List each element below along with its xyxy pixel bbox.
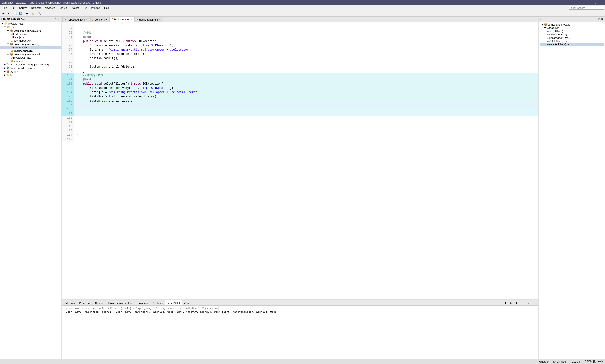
line-content[interactable] — [74, 120, 538, 124]
tree-pkg-util[interactable]: ▼ 📦 com.zhang.mybatis.util — [0, 52, 61, 56]
tree-usermapper1[interactable]: X userMapper.xml — [0, 39, 61, 42]
outline-item-selectalluser[interactable]: ● selectAllUser() : v... — [540, 43, 604, 46]
tree-junit4[interactable]: ▶ 📦 JUnit 4 — [0, 70, 61, 73]
line-content[interactable]: System.out.println(list); — [74, 99, 538, 103]
tree-jre[interactable]: ▶ 🔧 JRE System Library [JavaSE-1.8] — [0, 63, 61, 66]
close-button[interactable]: ✕ — [599, 1, 603, 4]
line-content[interactable] — [74, 61, 538, 65]
tab-markers[interactable]: Markers — [63, 300, 77, 305]
menu-file[interactable]: File — [1, 6, 9, 10]
toolbar-debug[interactable]: 🐛 — [30, 11, 35, 16]
minimize-panel-btn[interactable]: — — [51, 18, 54, 21]
tab-close[interactable]: ✕ — [106, 18, 107, 21]
outline-item-deleteuser[interactable]: ● deleteUser() : v... — [540, 39, 604, 43]
line-content[interactable]: @Test — [74, 78, 538, 82]
console-terminate-btn[interactable]: ⏹ — [503, 301, 508, 305]
tab-problems[interactable]: Problems — [150, 300, 165, 305]
maximize-button[interactable]: □ — [594, 1, 597, 4]
line-content[interactable]: int delete = session.delete(s,1); — [74, 52, 538, 56]
line-content[interactable]: String s = "com.zhang.mybatis.sy3.userMa… — [74, 48, 538, 52]
line-content[interactable]: session.commit(); — [74, 56, 538, 61]
tab-junit[interactable]: JUnit — [182, 300, 192, 305]
close-console-btn[interactable]: ✕ — [532, 301, 537, 305]
tree-confxml[interactable]: X conf.xml — [0, 59, 61, 63]
tree-mybatisutil[interactable]: J mybatisUtil.java — [0, 56, 61, 59]
line-content[interactable] — [74, 124, 538, 129]
tab-servers[interactable]: Servers — [93, 300, 106, 305]
close-panel-btn[interactable]: ✕ — [57, 18, 60, 21]
tree-testuser3[interactable]: J testUser.java — [0, 46, 61, 49]
menu-source[interactable]: Source — [17, 6, 29, 10]
tab-close[interactable]: ✕ — [86, 18, 88, 21]
line-content[interactable]: System.out.println(delete); — [74, 65, 538, 69]
outline-item-selectuser[interactable]: ● selectUser() : v... — [540, 29, 604, 33]
toolbar-new[interactable]: 📄 — [13, 11, 18, 16]
tree-user1[interactable]: J User.java — [0, 36, 61, 39]
tab-testuser[interactable]: J testUser.java ✕ — [110, 17, 134, 22]
console-clear-btn[interactable]: 🗑 — [509, 301, 513, 305]
tree-pkg-sy3[interactable]: ▼ 📦 com.zhang.mybatis.sy3 — [0, 42, 61, 46]
maximize-outline-btn[interactable]: □ — [598, 18, 600, 21]
line-content[interactable]: //删除 — [74, 31, 538, 35]
line-content[interactable]: //查找所有数据 — [74, 73, 538, 78]
menu-run[interactable]: Run — [81, 6, 89, 10]
line-content[interactable] — [74, 26, 538, 31]
line-content[interactable] — [74, 112, 538, 116]
menu-refactor[interactable]: Refactor — [29, 6, 43, 10]
line-content[interactable]: | — [74, 103, 538, 107]
minimize-outline-btn[interactable]: — — [595, 18, 598, 21]
line-content[interactable]: } — [74, 107, 538, 112]
line-content[interactable]: List<User> list = session.selectList(s); — [74, 94, 538, 99]
tab-close[interactable]: ✕ — [159, 18, 161, 21]
outline-item-testinsert[interactable]: ● testInsertUser() — [540, 33, 604, 36]
line-content[interactable]: String s = "com.zhang.mybatis.sy3.userMa… — [74, 90, 538, 94]
code-editor[interactable]: 88 } 89 90 //删除 91 — [62, 22, 538, 299]
line-content[interactable]: public void deleteUser() throws IOExcept… — [74, 39, 538, 43]
maximize-console-btn[interactable]: □ — [527, 301, 531, 305]
tab-console[interactable]: 🖥 Console — [165, 300, 182, 305]
toolbar-save[interactable]: 💾 — [18, 11, 23, 16]
tab-snippets[interactable]: Snippets — [135, 300, 150, 305]
line-content[interactable]: } — [74, 69, 538, 73]
maximize-panel-btn[interactable]: □ — [54, 18, 56, 21]
tree-lib[interactable]: ▶ 📁 lib — [0, 73, 61, 77]
menu-search[interactable]: Search — [57, 6, 69, 10]
line-content[interactable]: } — [74, 133, 538, 137]
close-outline-btn[interactable]: ✕ — [601, 18, 604, 21]
menu-window[interactable]: Window — [89, 6, 102, 10]
menu-help[interactable]: Help — [102, 6, 112, 10]
outline-item-testuser[interactable]: ▼ C testUser — [540, 26, 604, 29]
tree-src[interactable]: ▼ 📂 src — [0, 25, 61, 29]
outline-tab-label[interactable]: O... — [541, 18, 545, 21]
tree-reflibs[interactable]: ▶ 📚 Referenced Libraries — [0, 66, 61, 70]
line-content[interactable]: SqlSession session = mybatisUtil.getSqlS… — [74, 86, 538, 90]
minimize-button[interactable]: — — [588, 1, 592, 4]
menu-edit[interactable]: Edit — [9, 6, 17, 10]
tab-properties[interactable]: Properties — [77, 300, 93, 305]
tree-mybatis-test[interactable]: ▼ 📁 mybatis_test — [0, 22, 61, 25]
outline-item-updateuser[interactable]: ● updateUser() : v... — [540, 36, 604, 39]
minimize-console-btn[interactable]: — — [521, 301, 526, 305]
toolbar-fwd[interactable]: ▶ — [6, 11, 11, 16]
tree-pkg-sy1[interactable]: ▼ 📦 com.zhang.mybatis.sy1 — [0, 29, 61, 32]
toolbar-run[interactable]: ▶ — [25, 11, 30, 16]
tab-data-source[interactable]: Data Source Explorer — [106, 300, 135, 305]
line-content[interactable]: SqlSession session = mybatisUtil.getSqlS… — [74, 43, 538, 48]
menu-project[interactable]: Project — [69, 6, 81, 10]
tab-mybatisutil[interactable]: J mybatisUtil.java ✕ — [62, 17, 90, 22]
console-scroll-btn[interactable]: ⬇ — [514, 301, 519, 305]
line-content[interactable]: @Test — [74, 35, 538, 39]
toolbar-back[interactable]: ◀ — [1, 11, 6, 16]
tab-close[interactable]: ✕ — [130, 18, 132, 21]
menu-navigate[interactable]: Navigate — [43, 6, 57, 10]
line-content[interactable]: public void selectAllUser() throws IOExc… — [74, 82, 538, 86]
line-content[interactable]: } — [74, 22, 538, 26]
line-content[interactable] — [74, 137, 538, 141]
tree-usermapper3[interactable]: X userMapper.xml — [0, 49, 61, 52]
outline-item-pkg[interactable]: ▼ 📦 com.zhang.mybatis — [540, 23, 604, 26]
tab-confxml[interactable]: X conf.xml ✕ — [90, 17, 110, 22]
tab-usermapper[interactable]: X userMapper.xml ✕ — [134, 17, 163, 22]
quick-access-input[interactable] — [569, 6, 604, 10]
line-content[interactable] — [74, 116, 538, 120]
tree-testuser1[interactable]: J testUser.java — [0, 32, 61, 36]
